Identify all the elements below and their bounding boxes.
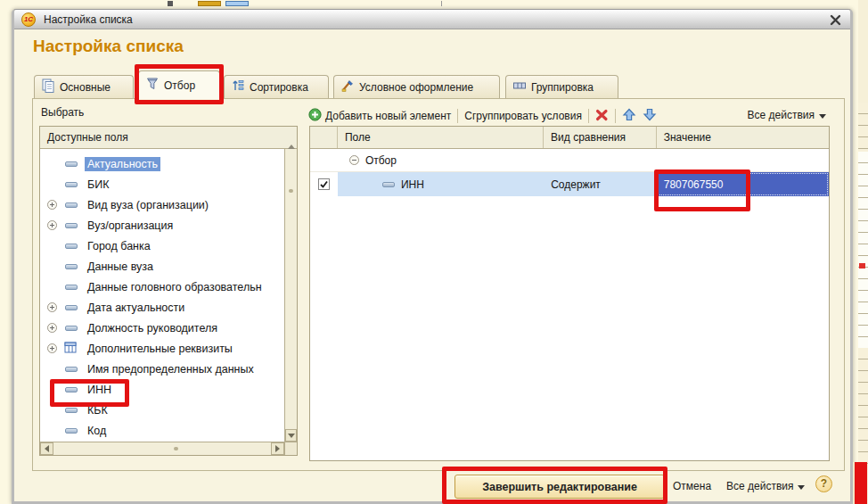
background-icon-fragment	[225, 1, 249, 6]
add-new-element-button[interactable]: Добавить новый элемент	[308, 108, 451, 124]
tree-item[interactable]: Город банка	[40, 235, 284, 256]
tree-item-label[interactable]: Должность руководителя	[85, 321, 220, 335]
tree-item[interactable]: Вид вуза (организации)	[40, 194, 284, 215]
tree-item-label[interactable]: Дата актуальности	[85, 301, 187, 315]
column-header-use[interactable]	[310, 127, 338, 148]
available-fields-list: АктуальностьБИКВид вуза (организации)Вуз…	[40, 149, 284, 442]
tree-item[interactable]: Дополнительные реквизиты	[40, 338, 284, 359]
column-header-comparison[interactable]: Вид сравнения	[544, 127, 657, 148]
background-table-rows	[858, 103, 868, 152]
tree-item-label[interactable]: Код	[85, 424, 109, 438]
chevron-down-icon	[819, 114, 826, 119]
tree-item[interactable]: Код	[40, 420, 284, 441]
delete-button[interactable]	[595, 109, 609, 124]
toolbar-all-actions-button[interactable]: Все действия	[748, 109, 826, 121]
scroll-thumb[interactable]	[174, 447, 178, 450]
scrollbar-corner	[284, 442, 297, 455]
filter-conditions-table: Поле Вид сравнения Значение Отбор	[309, 126, 830, 461]
condition-checkbox[interactable]	[318, 178, 330, 190]
tree-item[interactable]: Данные головного образовательн	[40, 277, 284, 297]
vertical-scrollbar[interactable]	[284, 149, 297, 442]
tree-item-label[interactable]: Имя предопределенных данных	[85, 362, 257, 376]
tree-item-label[interactable]: Вид вуза (организации)	[85, 198, 211, 212]
expand-icon[interactable]	[47, 302, 57, 312]
close-icon[interactable]	[829, 13, 842, 27]
screen: 1С Настройка списка Настройка списка Осн…	[0, 0, 868, 504]
tree-item[interactable]: Актуальность	[40, 153, 284, 174]
tree-item[interactable]: Имя предопределенных данных	[40, 359, 284, 379]
table-row-condition[interactable]: ИНН Содержит 7807067550	[310, 172, 829, 196]
column-header-field[interactable]: Поле	[338, 127, 544, 148]
scroll-left-button[interactable]	[40, 442, 53, 455]
tree-item-label[interactable]: БИК	[85, 178, 111, 192]
field-icon	[65, 387, 78, 392]
scroll-down-button[interactable]	[285, 429, 297, 442]
filter-toolbar: Добавить новый элемент Сгруппировать усл…	[308, 105, 657, 127]
tree-item-label[interactable]: КБК	[85, 403, 111, 417]
background-red-mark	[859, 263, 865, 269]
chevron-down-icon	[798, 485, 805, 490]
tab-index-4[interactable]: Группировка	[505, 75, 618, 98]
finish-editing-button[interactable]: Завершить редактирование	[454, 475, 665, 499]
available-fields-header: Доступные поля	[40, 127, 297, 149]
condition-comparison[interactable]: Содержит	[551, 178, 601, 191]
scroll-thumb[interactable]	[289, 189, 293, 193]
field-icon	[65, 285, 78, 290]
condition-field: ИНН	[401, 178, 424, 191]
expand-icon[interactable]	[47, 323, 57, 333]
move-up-button[interactable]	[622, 108, 636, 124]
tree-item[interactable]: Данные вуза	[40, 256, 284, 277]
all-actions-label: Все действия	[748, 109, 815, 121]
condition-value[interactable]: 7807067550	[664, 178, 724, 191]
field-icon	[65, 244, 78, 249]
tree-item-label[interactable]: Данные головного образовательн	[85, 280, 265, 294]
available-fields-panel: Доступные поля АктуальностьБИКВид вуза (…	[39, 126, 298, 456]
tree-item[interactable]: КБК	[40, 400, 284, 420]
tree-item-label[interactable]: Город банка	[85, 239, 153, 253]
tab-filter[interactable]: Отбор	[138, 70, 220, 99]
tree-item[interactable]: Дата актуальности	[40, 297, 284, 318]
background-icon-fragment	[441, 1, 442, 6]
expand-icon[interactable]	[47, 343, 57, 353]
scroll-up-icon[interactable]	[288, 132, 295, 145]
field-icon	[65, 264, 78, 269]
document-icon	[41, 78, 55, 95]
tab-index-2[interactable]: Сортировка	[224, 75, 329, 98]
help-button[interactable]: ?	[815, 475, 832, 492]
title-bar[interactable]: 1С Настройка списка	[14, 10, 850, 29]
all-actions-label: Все действия	[726, 480, 793, 492]
tree-item[interactable]: БИК	[40, 174, 284, 194]
cancel-button[interactable]: Отмена	[673, 480, 711, 492]
horizontal-scrollbar[interactable]	[40, 442, 284, 455]
expand-icon[interactable]	[47, 200, 57, 210]
toolbar-separator	[588, 109, 589, 123]
collapse-icon[interactable]	[349, 155, 359, 165]
tree-item[interactable]: Вуз/организация	[40, 215, 284, 235]
tab-label: Сортировка	[250, 81, 308, 94]
background-window-edge	[858, 0, 868, 504]
scroll-right-button[interactable]	[271, 442, 284, 455]
annotation-fragment	[853, 462, 867, 504]
background-table-rows	[858, 152, 868, 348]
table-row-group[interactable]: Отбор	[310, 149, 829, 172]
tree-item[interactable]: ИНН	[40, 379, 284, 400]
group-conditions-button[interactable]: Сгруппировать условия	[464, 110, 582, 122]
tree-item-label[interactable]: Вуз/организация	[85, 219, 176, 233]
tab-label: Условное оформление	[359, 81, 473, 94]
add-icon	[308, 108, 322, 124]
tree-item-label[interactable]: ИНН	[85, 383, 114, 397]
tab-index-0[interactable]: Основные	[34, 75, 134, 98]
tab-index-3[interactable]: Условное оформление	[333, 75, 500, 98]
move-down-button[interactable]	[643, 108, 657, 124]
tree-item-label[interactable]: Дополнительные реквизиты	[85, 342, 235, 356]
delete-icon	[595, 109, 609, 124]
tree-item-label[interactable]: Актуальность	[85, 157, 160, 171]
footer-all-actions-button[interactable]: Все действия	[726, 480, 805, 492]
field-icon	[65, 223, 78, 228]
tree-item-label[interactable]: Данные вуза	[85, 260, 156, 274]
column-header-value[interactable]: Значение	[657, 127, 829, 148]
field-icon	[65, 367, 78, 372]
tree-item[interactable]: Должность руководителя	[40, 318, 284, 338]
expand-icon[interactable]	[47, 220, 57, 230]
page-title: Настройка списка	[33, 37, 184, 56]
